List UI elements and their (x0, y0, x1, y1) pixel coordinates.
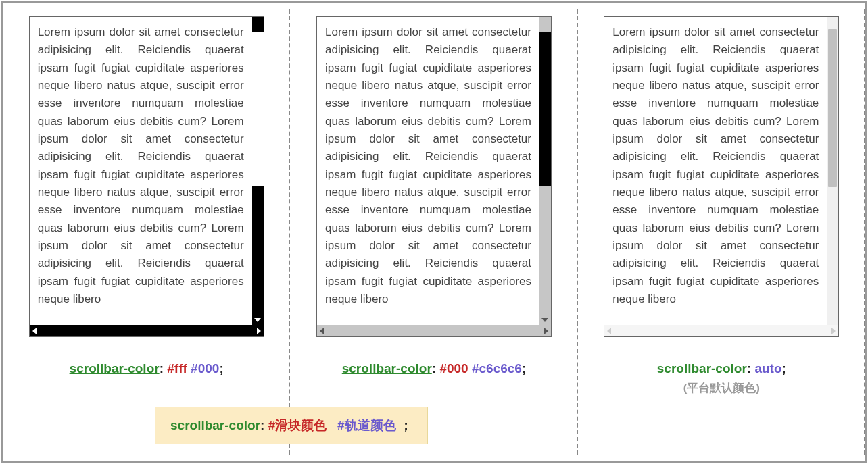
scroll-area-gray-track[interactable]: Lorem ipsum dolor sit amet consectetur a… (316, 16, 552, 337)
lorem-text: Lorem ipsum dolor sit amet consectetur a… (317, 17, 539, 325)
horizontal-scrollbar-track[interactable] (317, 325, 551, 336)
column-1: Lorem ipsum dolor sit amet consectetur a… (3, 3, 290, 461)
scroll-right-arrow-icon[interactable] (831, 328, 836, 334)
auto-value: auto (754, 361, 781, 376)
vertical-scrollbar-thumb[interactable] (828, 29, 837, 187)
scroll-right-arrow-icon[interactable] (257, 328, 261, 334)
track-placeholder: #轨道颜色 (337, 418, 396, 432)
caption-3: scrollbar-color: auto; (657, 361, 786, 376)
vertical-scrollbar-track[interactable] (252, 17, 264, 325)
column-2: Lorem ipsum dolor sit amet consectetur a… (290, 3, 577, 461)
css-property: scrollbar-color (657, 361, 747, 376)
horizontal-scrollbar-track[interactable] (30, 325, 264, 336)
scroll-right-arrow-icon[interactable] (544, 328, 548, 334)
css-property: scrollbar-color (342, 361, 432, 376)
caption-3-sub: (平台默认颜色) (683, 380, 760, 396)
scroll-left-arrow-icon[interactable] (607, 328, 611, 334)
css-property: scrollbar-color (70, 361, 160, 376)
lorem-text: Lorem ipsum dolor sit amet consectetur a… (604, 17, 827, 325)
vertical-scrollbar-track[interactable] (539, 17, 551, 325)
scroll-area-auto[interactable]: Lorem ipsum dolor sit amet consectetur a… (604, 16, 839, 337)
track-color-value: #000 (191, 361, 219, 376)
scroll-down-arrow-icon[interactable] (541, 318, 548, 322)
caption-1: scrollbar-color: #fff #000; (70, 361, 224, 376)
diagram-container: Lorem ipsum dolor sit amet consectetur a… (1, 1, 867, 463)
syntax-formula-box: scrollbar-color: #滑块颜色 #轨道颜色 ； (155, 407, 428, 444)
scroll-area-black-track[interactable]: Lorem ipsum dolor sit amet consectetur a… (29, 16, 264, 337)
column-3: Lorem ipsum dolor sit amet consectetur a… (578, 3, 865, 461)
vertical-scrollbar-track[interactable] (827, 17, 838, 325)
vertical-scrollbar-thumb[interactable] (252, 32, 264, 186)
track-color-value: #c6c6c6 (472, 361, 522, 376)
scroll-down-arrow-icon[interactable] (254, 318, 261, 322)
thumb-color-value: #fff (167, 361, 187, 376)
vertical-scrollbar-thumb[interactable] (539, 32, 551, 186)
scroll-left-arrow-icon[interactable] (32, 328, 37, 334)
horizontal-scrollbar-track[interactable] (604, 325, 838, 336)
thumb-color-value: #000 (439, 361, 468, 376)
css-property: scrollbar-color (170, 418, 260, 432)
scroll-left-arrow-icon[interactable] (320, 328, 324, 334)
caption-2: scrollbar-color: #000 #c6c6c6; (342, 361, 527, 376)
lorem-text: Lorem ipsum dolor sit amet consectetur a… (30, 17, 252, 325)
thumb-placeholder: #滑块颜色 (268, 418, 327, 432)
